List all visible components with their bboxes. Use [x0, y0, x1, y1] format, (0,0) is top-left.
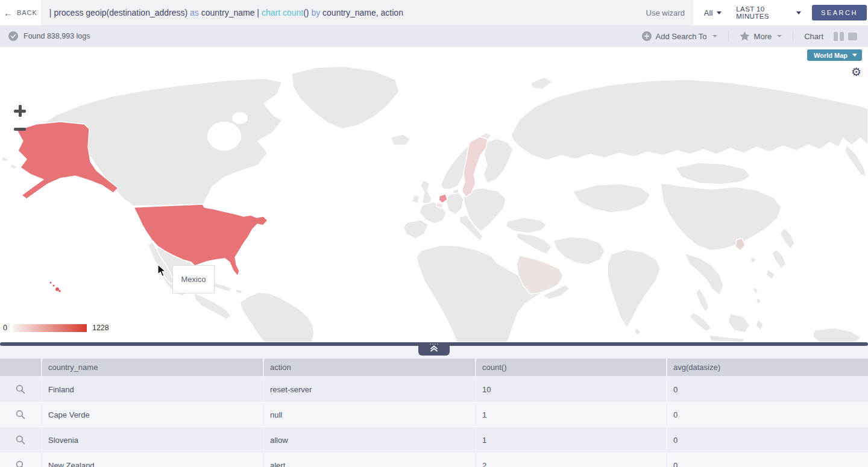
chevron-down-icon — [852, 54, 857, 57]
split-columns-view-icon[interactable] — [834, 32, 844, 41]
column-header[interactable]: count() — [476, 359, 666, 376]
more-dropdown[interactable]: More — [737, 31, 785, 41]
row-drilldown-button[interactable] — [0, 402, 41, 427]
cell-count: 1 — [476, 427, 666, 453]
plus-circle-icon — [642, 31, 652, 41]
chevron-down-icon — [796, 11, 801, 14]
search-button[interactable]: SEARCH — [812, 5, 867, 20]
cell-country-name: Slovenia — [42, 427, 263, 453]
mouse-cursor — [157, 264, 167, 277]
map-land-malay-peninsula — [696, 288, 709, 312]
cell-action: reset-server — [264, 377, 475, 402]
map-land-hispaniola — [236, 289, 242, 294]
collapse-panel-handle[interactable] — [418, 342, 450, 356]
search-query-input[interactable]: | process geoip(destination_address) as … — [41, 0, 693, 25]
map-land-finland — [483, 139, 513, 183]
search-icon — [16, 435, 25, 445]
toolbar-divider — [793, 31, 793, 42]
map-land-taiwan — [750, 257, 756, 264]
gear-icon[interactable]: ⚙ — [851, 66, 861, 78]
cell-country-name: Finland — [42, 377, 263, 402]
map-tooltip: Mexico — [172, 265, 215, 293]
map-land-sumatra — [690, 312, 711, 331]
cell-avg-datasize: 0 — [667, 453, 868, 467]
map-land-central-america — [194, 293, 231, 319]
chevron-down-icon — [777, 35, 782, 37]
map-land-china — [661, 183, 781, 251]
table-row[interactable]: New Zealand alert 2 0 — [0, 453, 868, 467]
zoom-in-button[interactable] — [14, 105, 26, 117]
column-header[interactable]: country_name — [42, 359, 263, 376]
back-button[interactable]: ← BACK — [0, 0, 41, 25]
cell-action: allow — [264, 427, 475, 453]
query-text: | process geoip(destination_address) as … — [49, 8, 403, 17]
row-drilldown-button[interactable] — [0, 453, 41, 467]
add-search-to-label: Add Search To — [656, 32, 707, 41]
cell-avg-datasize: 0 — [667, 377, 868, 402]
chevron-down-icon — [717, 11, 722, 14]
legend-gradient — [13, 324, 87, 332]
full-view-icon[interactable] — [848, 33, 857, 40]
cell-action: null — [264, 402, 475, 427]
star-icon — [740, 31, 750, 41]
more-label: More — [754, 32, 772, 41]
column-header[interactable]: avg(datasize) — [667, 359, 868, 376]
search-icon — [16, 460, 25, 467]
back-arrow-icon: ← — [4, 8, 13, 17]
map-land-uk — [421, 180, 432, 205]
map-land-russia — [511, 80, 868, 160]
cell-country-name: New Zealand — [42, 453, 263, 467]
map-type-dropdown[interactable]: World Map — [807, 49, 862, 61]
add-search-to-dropdown[interactable]: Add Search To — [640, 31, 720, 41]
row-drilldown-button[interactable] — [0, 427, 41, 453]
table-row[interactable]: Slovenia allow 1 0 — [0, 427, 868, 453]
scope-dropdown[interactable]: All — [697, 0, 729, 25]
map-land-levant — [517, 233, 552, 254]
icon-column-header — [0, 359, 41, 376]
map-land-iberia — [403, 220, 428, 239]
map-land-new-guinea — [813, 328, 861, 342]
world-map[interactable] — [0, 47, 868, 342]
map-land-japan — [772, 249, 786, 269]
map-land-aleutians — [1, 157, 8, 162]
table-header: country_nameactioncount()avg(datasize) — [0, 359, 868, 376]
map-land-aleutians — [10, 164, 17, 169]
column-header[interactable]: action — [264, 359, 475, 376]
cell-count: 2 — [476, 453, 666, 467]
cell-avg-datasize: 0 — [667, 402, 868, 427]
map-land-philippines — [753, 287, 758, 294]
map-land-java — [709, 335, 745, 342]
map-land-borneo — [728, 313, 750, 333]
cell-count: 1 — [476, 402, 666, 427]
top-query-bar: ← BACK | process geoip(destination_addre… — [0, 0, 868, 25]
map-land-south-america — [240, 292, 314, 342]
map-land-japan — [766, 269, 775, 280]
time-range-dropdown[interactable]: LAST 10 MINUTES — [729, 0, 808, 25]
map-land-novaya-zemlya — [530, 77, 552, 89]
map-land-kamchatka — [845, 145, 867, 177]
map-land-japan — [780, 228, 794, 249]
table-row[interactable]: Cape Verde null 1 0 — [0, 402, 868, 427]
check-circle-icon — [8, 31, 18, 41]
legend-max: 1228 — [92, 324, 109, 332]
row-drilldown-button[interactable] — [0, 377, 41, 402]
status-toolbar: Found 838,993 logs Add Search To More Ch… — [0, 25, 868, 47]
table-body: Finland reset-server 10 0 Cape Verde nul… — [0, 377, 868, 467]
map-country-hawaii[interactable] — [49, 281, 60, 292]
table-row[interactable]: Finland reset-server 10 0 — [0, 377, 868, 402]
chart-view-group: Chart — [802, 32, 860, 41]
map-color-legend: 0 1228 — [3, 324, 109, 332]
world-map-panel[interactable]: World Map ⚙ 0 1228 Mexico — [0, 47, 868, 342]
map-type-value: World Map — [814, 52, 848, 59]
map-land-greenland — [292, 66, 399, 129]
map-land-philippines — [756, 298, 761, 304]
search-icon — [16, 384, 25, 394]
map-land-india — [608, 249, 661, 328]
zoom-out-button[interactable] — [14, 128, 26, 131]
cell-action: alert — [264, 453, 475, 467]
use-wizard-link[interactable]: Use wizard — [637, 8, 685, 17]
toolbar-divider — [728, 31, 729, 42]
map-land-sulawesi — [756, 319, 763, 330]
found-logs-status: Found 838,993 logs — [24, 32, 90, 40]
legend-min: 0 — [3, 324, 7, 332]
